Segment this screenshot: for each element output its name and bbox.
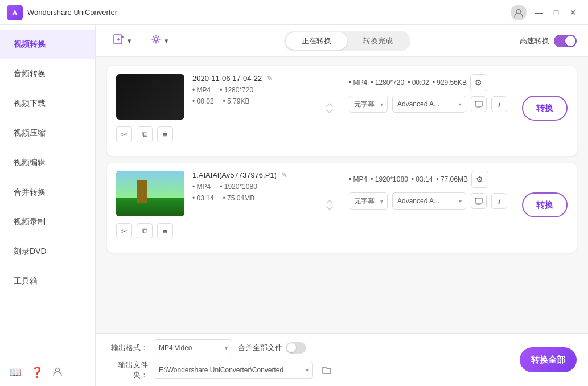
crop-btn-1[interactable]: ⧉ xyxy=(137,223,153,239)
file-duration-1: • 03:14 xyxy=(192,194,214,202)
subtitle-select-wrapper-0: 无字幕 xyxy=(349,96,388,113)
sidebar-item-video-record[interactable]: 视频录制 xyxy=(0,207,95,237)
user-avatar[interactable] xyxy=(511,5,527,20)
file-name-row-0: 2020-11-06 17-04-22 ✎ xyxy=(192,74,311,83)
account-icon[interactable] xyxy=(52,366,63,379)
screen-btn-0[interactable] xyxy=(471,96,487,112)
advanced-select-0[interactable]: Advanced A... xyxy=(392,96,466,113)
speed-toggle[interactable] xyxy=(554,35,577,47)
folder-button[interactable] xyxy=(319,362,335,378)
help-question-icon[interactable]: ❓ xyxy=(31,366,43,379)
out-format-0: • MP4 xyxy=(349,79,367,87)
file-size-1: • 75.04MB xyxy=(223,194,255,202)
list-btn-0[interactable]: ≡ xyxy=(157,126,173,142)
merge-label: 合并全部文件 xyxy=(238,343,282,353)
path-select[interactable]: E:\Wondershare UniConverter\Converted xyxy=(154,362,313,379)
convert-button-1[interactable]: 转换 xyxy=(522,192,568,217)
merge-toggle[interactable] xyxy=(286,342,306,354)
sidebar-item-toolbox[interactable]: 工具箱 xyxy=(0,266,95,296)
file-resolution-0: • 1280*720 xyxy=(220,86,253,94)
format-select[interactable]: MP4 Video xyxy=(154,339,232,356)
subtitle-select-1[interactable]: 无字幕 xyxy=(349,192,388,210)
thumbnail-actions-1: ✂ ⧉ ≡ xyxy=(116,223,184,239)
tab-group: 正在转换 转换完成 xyxy=(284,31,410,51)
file-meta-1: • MP4 • 1920*1080 xyxy=(192,183,311,191)
file-card-top-1: ✂ ⧉ ≡ 1.AIAIAl(Av57737976,P1) ✎ • MP4 • … xyxy=(116,171,568,239)
file-name-0: 2020-11-06 17-04-22 xyxy=(192,74,262,83)
cut-btn-0[interactable]: ✂ xyxy=(116,126,132,142)
screen-btn-1[interactable] xyxy=(471,193,487,209)
svg-point-3 xyxy=(154,38,158,41)
help-book-icon[interactable]: 📖 xyxy=(9,366,22,379)
out-size-0: • 929.56KB xyxy=(433,79,467,87)
output-gear-btn-1[interactable]: ⚙ xyxy=(471,171,488,188)
out-duration-1: • 03:14 xyxy=(412,175,433,183)
sidebar: 视频转换音频转换视频下载视频压缩视频编辑合并转换视频录制刻录DVD工具箱 📖 ❓ xyxy=(0,25,96,386)
sidebar-item-burn-dvd[interactable]: 刻录DVD xyxy=(0,237,95,266)
file-card-0: ✂ ⧉ ≡ 2020-11-06 17-04-22 ✎ • MP4 • 1280… xyxy=(107,66,577,156)
advanced-select-wrapper-1: Advanced A... xyxy=(392,192,466,210)
speed-label: 高速转换 xyxy=(520,36,549,46)
edit-icon-1[interactable]: ✎ xyxy=(281,171,287,179)
output-settings-1: • MP4 • 1920*1080 • 03:14 • 77.06MB ⚙ 无字… xyxy=(349,171,507,239)
bottom-options: 输出格式： MP4 Video 合并全部文件 输出文件夹： xyxy=(107,339,508,380)
close-button[interactable]: ✕ xyxy=(565,5,581,20)
file-thumbnail-1 xyxy=(116,171,184,216)
add-file-button[interactable]: ▾ xyxy=(107,30,137,52)
title-bar: Wondershare UniConverter — □ ✕ xyxy=(0,0,588,25)
out-duration-0: • 00:02 xyxy=(408,79,429,87)
file-resolution-1: • 1920*1080 xyxy=(220,183,257,191)
sidebar-footer: 📖 ❓ xyxy=(0,359,95,386)
svg-rect-4 xyxy=(475,101,482,106)
subtitle-select-0[interactable]: 无字幕 xyxy=(349,96,388,113)
file-size-0: • 5.79KB xyxy=(223,97,250,105)
info-btn-0[interactable]: i xyxy=(491,96,507,112)
list-btn-1[interactable]: ≡ xyxy=(157,223,173,239)
minimize-button[interactable]: — xyxy=(531,5,547,20)
file-meta-0: • MP4 • 1280*720 xyxy=(192,86,311,94)
add-file-icon xyxy=(113,33,125,48)
sidebar-item-video-compress[interactable]: 视频压缩 xyxy=(0,118,95,148)
app-logo xyxy=(7,5,23,20)
sidebar-item-audio-convert[interactable]: 音频转换 xyxy=(0,59,95,89)
tab-done[interactable]: 转换完成 xyxy=(347,32,409,50)
convert-arrow-0 xyxy=(319,74,341,142)
thumbnail-outdoor-1 xyxy=(116,171,184,216)
main-layout: 视频转换音频转换视频下载视频压缩视频编辑合并转换视频录制刻录DVD工具箱 📖 ❓ xyxy=(0,25,588,386)
subtitle-select-wrapper-1: 无字幕 xyxy=(349,192,388,210)
sidebar-item-video-download[interactable]: 视频下载 xyxy=(0,89,95,118)
sidebar-item-merge-convert[interactable]: 合并转换 xyxy=(0,178,95,207)
path-label: 输出文件夹： xyxy=(107,360,148,380)
file-duration-0: • 00:02 xyxy=(192,97,214,105)
maximize-button[interactable]: □ xyxy=(548,5,564,20)
output-meta-0: • MP4 • 1280*720 • 00:02 • 929.56KB ⚙ xyxy=(349,74,507,91)
convert-btn-wrapper-0: 转换 xyxy=(515,74,568,142)
convert-btn-wrapper-1: 转换 xyxy=(515,171,568,239)
edit-icon-0[interactable]: ✎ xyxy=(266,74,273,83)
file-list: ✂ ⧉ ≡ 2020-11-06 17-04-22 ✎ • MP4 • 1280… xyxy=(96,57,588,333)
thumbnail-actions-0: ✂ ⧉ ≡ xyxy=(116,126,184,142)
out-size-1: • 77.06MB xyxy=(436,175,468,183)
file-info-0: 2020-11-06 17-04-22 ✎ • MP4 • 1280*720 •… xyxy=(192,74,311,142)
sidebar-item-video-edit[interactable]: 视频编辑 xyxy=(0,148,95,178)
window-controls: — □ ✕ xyxy=(531,5,581,20)
sidebar-item-video-convert[interactable]: 视频转换 xyxy=(0,30,95,59)
tab-converting[interactable]: 正在转换 xyxy=(286,32,347,50)
convert-all-button[interactable]: 转换全部 xyxy=(520,347,577,372)
thumbnail-dark-0 xyxy=(116,74,184,120)
convert-button-0[interactable]: 转换 xyxy=(522,96,568,121)
file-card-1: ✂ ⧉ ≡ 1.AIAIAl(Av57737976,P1) ✎ • MP4 • … xyxy=(107,163,577,253)
file-name-row-1: 1.AIAIAl(Av57737976,P1) ✎ xyxy=(192,171,311,179)
file-name-1: 1.AIAIAl(Av57737976,P1) xyxy=(192,171,277,179)
file-info-1: 1.AIAIAl(Av57737976,P1) ✎ • MP4 • 1920*1… xyxy=(192,171,311,239)
info-btn-1[interactable]: i xyxy=(491,193,507,209)
cut-btn-1[interactable]: ✂ xyxy=(116,223,132,239)
file-meta2-0: • 00:02 • 5.79KB xyxy=(192,97,311,105)
settings-button[interactable]: ▾ xyxy=(144,30,174,52)
advanced-select-1[interactable]: Advanced A... xyxy=(392,192,466,210)
app-title: Wondershare UniConverter xyxy=(27,8,511,17)
file-format-0: • MP4 xyxy=(192,86,211,94)
file-meta2-1: • 03:14 • 75.04MB xyxy=(192,194,311,202)
output-gear-btn-0[interactable]: ⚙ xyxy=(470,74,487,91)
crop-btn-0[interactable]: ⧉ xyxy=(137,126,153,142)
